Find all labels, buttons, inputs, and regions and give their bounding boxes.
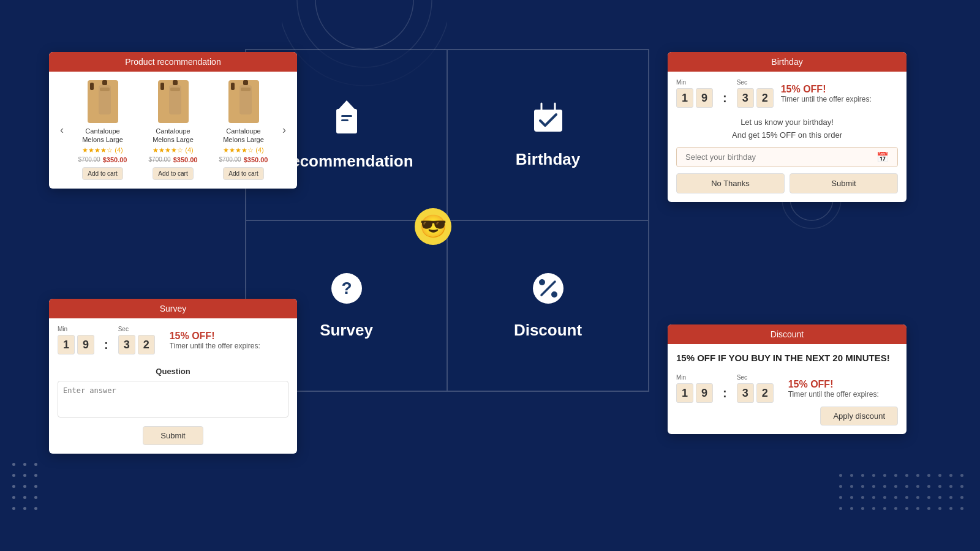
- discount-icon: [532, 272, 565, 312]
- no-thanks-button[interactable]: No Thanks: [676, 173, 785, 193]
- discount-min-digits: 1 9: [676, 383, 713, 403]
- dot-grid-right: [839, 474, 968, 514]
- survey-label: Survey: [320, 321, 373, 340]
- birthday-sec1: 3: [737, 88, 754, 108]
- birthday-info: Let us know your birthday! And get 15% O…: [668, 111, 907, 147]
- price-row-2: $700.00 $350.00: [149, 156, 198, 163]
- add-to-cart-button-1[interactable]: Add to cart: [82, 167, 123, 180]
- birthday-sec-label: Sec: [737, 79, 774, 86]
- birthday-icon: [532, 101, 565, 141]
- birthday-sec2: 2: [756, 88, 774, 108]
- product-stars-3: ★★★★☆ (4): [223, 146, 264, 154]
- discount-min1: 1: [676, 383, 693, 403]
- birthday-info-line2: And get 15% OFF on this order: [732, 130, 842, 140]
- new-price-3: $350.00: [244, 156, 268, 163]
- svg-rect-27: [241, 88, 251, 91]
- discount-label: Discount: [514, 321, 582, 340]
- survey-min-digits: 1 9: [58, 335, 94, 354]
- product-card-3: CantaloupeMelons Large ★★★★☆ (4) $700.00…: [211, 80, 276, 180]
- products-row: ‹ CantaloupeMelons Large ★★★★☆ (4) $70: [58, 80, 288, 180]
- grid-cell-birthday: Birthday: [447, 50, 649, 220]
- add-to-cart-button-2[interactable]: Add to cart: [153, 167, 193, 180]
- svg-rect-22: [173, 80, 178, 85]
- center-emoji: 😎: [415, 208, 451, 245]
- survey-min-label: Min: [58, 326, 94, 332]
- survey-submit-button[interactable]: Submit: [143, 426, 203, 445]
- svg-rect-10: [534, 110, 562, 117]
- discount-min2: 9: [696, 383, 713, 403]
- product-card-1: CantaloupeMelons Large ★★★★☆ (4) $700.00…: [70, 80, 135, 180]
- survey-widget-header: Survey: [49, 299, 297, 318]
- recommendation-widget: Product recommendation ‹ CantaloupeMelon…: [49, 52, 297, 189]
- svg-point-18: [551, 291, 557, 298]
- apply-discount-button[interactable]: Apply discount: [820, 407, 898, 425]
- product-name-2: CantaloupeMelons Large: [153, 127, 194, 144]
- product-name-3: CantaloupeMelons Large: [223, 127, 264, 144]
- discount-sec-digits: 3 2: [737, 383, 774, 403]
- survey-timer-sub: Timer until the offer expires:: [170, 342, 260, 350]
- survey-sec-label: Sec: [118, 326, 155, 332]
- birthday-widget: Birthday Min 1 9 : Sec 3 2: [668, 52, 907, 202]
- svg-point-17: [539, 279, 545, 285]
- calendar-icon: 📅: [876, 151, 889, 163]
- birthday-min2: 9: [696, 88, 713, 108]
- birthday-input-row[interactable]: 📅: [676, 147, 898, 167]
- next-arrow[interactable]: ›: [280, 121, 288, 139]
- birthday-info-line1: Let us know your birthday!: [741, 118, 834, 127]
- birthday-label: Birthday: [516, 150, 580, 169]
- birthday-buttons: No Thanks Submit: [668, 173, 907, 202]
- old-price-3: $700.00: [219, 156, 241, 163]
- discount-timer-sub: Timer until the offer expires:: [788, 390, 879, 399]
- discount-main-text: 15% OFF IF YOU BUY IN THE NEXT 20 MINUTE…: [668, 344, 907, 367]
- svg-marker-6: [339, 100, 355, 109]
- survey-timer-row: Min 1 9 : Sec 3 2 15% OFF! Timer until t…: [49, 318, 297, 358]
- birthday-submit-button[interactable]: Submit: [790, 173, 898, 193]
- svg-rect-24: [170, 88, 180, 91]
- discount-widget: Discount 15% OFF IF YOU BUY IN THE NEXT …: [668, 324, 907, 434]
- products-list: CantaloupeMelons Large ★★★★☆ (4) $700.00…: [70, 80, 276, 180]
- survey-min2: 9: [77, 335, 94, 354]
- discount-apply-row: Apply discount: [668, 407, 907, 434]
- birthday-timer-sub: Timer until the offer expires:: [781, 95, 872, 103]
- discount-timer-row: Min 1 9 : Sec 3 2 15% OFF! Timer until t…: [668, 367, 907, 407]
- birthday-input[interactable]: [685, 152, 876, 162]
- old-price-1: $700.00: [78, 156, 100, 163]
- recommendation-widget-header: Product recommendation: [49, 52, 297, 72]
- survey-body: Question Submit: [49, 358, 297, 454]
- product-card-2: CantaloupeMelons Large ★★★★☆ (4) $700.00…: [140, 80, 206, 180]
- survey-offer-text: 15% OFF!: [170, 331, 260, 342]
- birthday-timer-group: Min 1 9 : Sec 3 2: [676, 79, 774, 108]
- svg-rect-25: [243, 80, 248, 85]
- discount-offer-text: 15% OFF!: [788, 379, 879, 390]
- survey-submit-row: Submit: [58, 426, 288, 445]
- discount-offer-block: 15% OFF! Timer until the offer expires:: [788, 379, 879, 399]
- price-row-1: $700.00 $350.00: [78, 156, 127, 163]
- prev-arrow[interactable]: ‹: [58, 121, 66, 139]
- grid-cell-discount: Discount: [447, 220, 649, 391]
- question-label: Question: [58, 367, 288, 376]
- svg-point-0: [315, 0, 413, 49]
- survey-sec-digits: 3 2: [118, 335, 155, 354]
- survey-widget: Survey Min 1 9 : Sec 3 2 15% OFF! Timer …: [49, 299, 297, 454]
- birthday-min1: 1: [676, 88, 693, 108]
- survey-input[interactable]: [58, 381, 288, 418]
- add-to-cart-button-3[interactable]: Add to cart: [223, 167, 263, 180]
- svg-rect-21: [100, 88, 110, 91]
- svg-rect-7: [341, 115, 352, 117]
- birthday-min-digits: 1 9: [676, 88, 713, 108]
- recommendation-label: Recommendation: [279, 152, 413, 171]
- discount-colon: :: [723, 386, 727, 403]
- birthday-min-label: Min: [676, 79, 713, 86]
- birthday-colon: :: [723, 79, 727, 108]
- svg-rect-19: [102, 80, 107, 85]
- old-price-2: $700.00: [149, 156, 171, 163]
- birthday-offer-block: 15% OFF! Timer until the offer expires:: [781, 84, 872, 103]
- discount-sec-label: Sec: [737, 374, 774, 381]
- survey-min1: 1: [58, 335, 75, 354]
- survey-icon: ?: [330, 272, 363, 312]
- new-price-2: $350.00: [173, 156, 198, 163]
- product-img-1: [88, 80, 118, 123]
- survey-offer-block: 15% OFF! Timer until the offer expires:: [170, 331, 260, 350]
- birthday-offer-text: 15% OFF!: [781, 84, 872, 95]
- svg-text:?: ?: [341, 279, 352, 298]
